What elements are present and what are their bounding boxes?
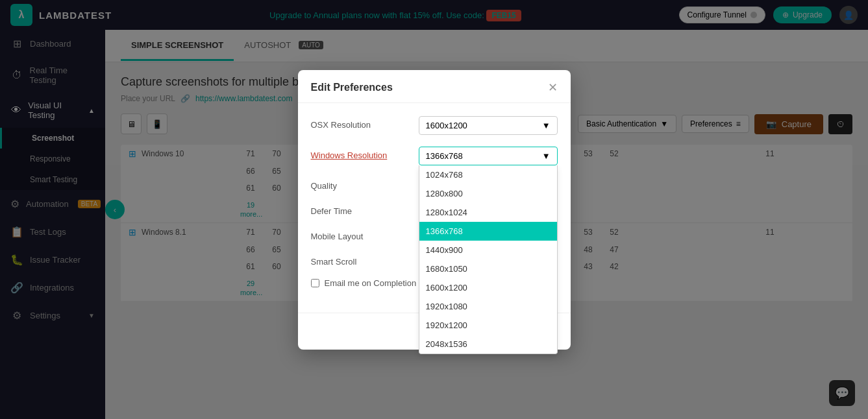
osx-resolution-label: OSX Resolution: [311, 116, 408, 130]
windows-resolution-control: 1366x768 ▼ 1024x768 1280x800 1280x1024 1…: [419, 147, 558, 165]
modal-overlay[interactable]: Edit Preferences ✕ OSX Resolution 1600x1…: [0, 0, 868, 419]
smart-scroll-label: Smart Scroll: [311, 253, 408, 267]
dropdown-arrow-icon: ▼: [542, 121, 551, 130]
modal-title: Edit Preferences: [311, 82, 393, 93]
modal-body: OSX Resolution 1600x1200 ▼ Windows Resol…: [298, 103, 571, 313]
dropdown-item[interactable]: 1280x800: [419, 184, 557, 203]
defer-time-label: Defer Time: [311, 202, 408, 216]
osx-resolution-control: 1600x1200 ▼: [419, 116, 558, 135]
dropdown-item[interactable]: 2048x1536: [419, 335, 557, 353]
windows-resolution-row: Windows Resolution 1366x768 ▼ 1024x768 1…: [311, 147, 558, 165]
windows-resolution-dropdown: 1024x768 1280x800 1280x1024 1366x768 144…: [419, 165, 558, 354]
windows-resolution-label: Windows Resolution: [311, 147, 408, 160]
windows-resolution-select[interactable]: 1366x768 ▼: [419, 147, 558, 165]
osx-resolution-row: OSX Resolution 1600x1200 ▼: [311, 116, 558, 135]
modal-header: Edit Preferences ✕: [298, 70, 571, 103]
quality-label: Quality: [311, 177, 408, 191]
dropdown-item[interactable]: 1920x1080: [419, 297, 557, 316]
osx-resolution-select[interactable]: 1600x1200 ▼: [419, 116, 558, 135]
dropdown-item[interactable]: 1600x1200: [419, 278, 557, 297]
modal-close-button[interactable]: ✕: [548, 82, 558, 93]
email-completion-checkbox[interactable]: [311, 279, 319, 287]
edit-preferences-modal: Edit Preferences ✕ OSX Resolution 1600x1…: [298, 70, 571, 350]
dropdown-arrow-icon: ▼: [542, 151, 551, 161]
mobile-layout-label: Mobile Layout: [311, 228, 408, 241]
dropdown-item[interactable]: 1024x768: [419, 165, 557, 184]
dropdown-item[interactable]: 1440x900: [419, 241, 557, 259]
dropdown-item[interactable]: 1680x1050: [419, 259, 557, 278]
dropdown-item[interactable]: 1920x1200: [419, 316, 557, 335]
dropdown-item[interactable]: 1280x1024: [419, 203, 557, 222]
email-completion-label: Email me on Completion: [325, 278, 417, 288]
dropdown-item-selected[interactable]: 1366x768: [419, 222, 557, 241]
